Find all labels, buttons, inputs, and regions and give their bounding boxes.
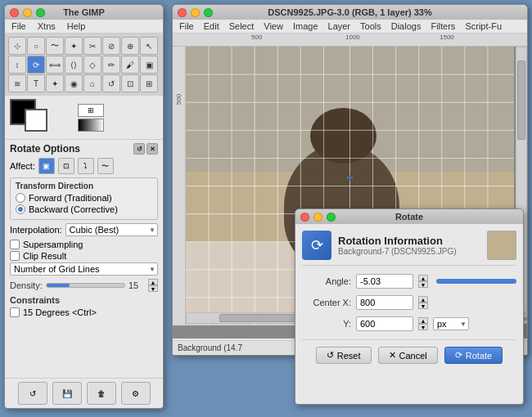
- close-button[interactable]: [10, 8, 19, 17]
- affect-layer-btn[interactable]: ▣: [38, 158, 55, 174]
- minimize-button[interactable]: [23, 8, 32, 17]
- rotate-minimize-btn[interactable]: [313, 213, 322, 222]
- unit-select[interactable]: px ▼: [433, 317, 469, 330]
- supersampling-checkbox[interactable]: [10, 240, 20, 249]
- text-tool[interactable]: T: [27, 74, 45, 92]
- fuzzy-select-tool[interactable]: ✦: [65, 37, 83, 55]
- image-minimize-btn[interactable]: [191, 8, 200, 17]
- density-stepper[interactable]: ▲ ▼: [148, 279, 158, 292]
- y-down-btn[interactable]: ▼: [418, 324, 428, 330]
- clip-result-row[interactable]: Clip Result: [10, 251, 158, 261]
- perspective-tool[interactable]: ◇: [83, 56, 101, 74]
- gradient-swatch[interactable]: [78, 119, 104, 132]
- path-tool[interactable]: ⊡: [121, 74, 139, 92]
- scissors-tool[interactable]: ✂: [83, 37, 101, 55]
- free-select-tool[interactable]: 〜: [46, 37, 64, 55]
- angle-input[interactable]: [356, 274, 413, 289]
- background-color[interactable]: [25, 109, 47, 132]
- angle-slider[interactable]: [436, 279, 516, 284]
- maximize-button[interactable]: [36, 8, 45, 17]
- cancel-button[interactable]: ✕ Cancel: [378, 347, 438, 364]
- rotate-close-btn[interactable]: [300, 213, 309, 222]
- menu-xtns[interactable]: Xtns: [36, 20, 57, 32]
- degrees-checkbox[interactable]: [10, 307, 20, 317]
- y-up-btn[interactable]: ▲: [418, 317, 428, 324]
- scrollbar-thumb-v[interactable]: [517, 61, 525, 140]
- transform-direction-section: Transform Direction Forward (Traditional…: [10, 177, 158, 220]
- center-x-input[interactable]: [356, 295, 413, 310]
- y-input[interactable]: [356, 316, 413, 331]
- rotate-tool[interactable]: ⟳: [27, 56, 45, 74]
- clip-result-checkbox[interactable]: [10, 251, 20, 261]
- density-down-btn[interactable]: ▼: [148, 285, 158, 292]
- clone-tool[interactable]: ✦: [46, 74, 64, 92]
- img-menu-dialogs[interactable]: Dialogs: [390, 20, 423, 32]
- angle-up-btn[interactable]: ▲: [418, 275, 428, 281]
- heal-tool[interactable]: ◉: [65, 74, 83, 92]
- toolbox-save-btn[interactable]: 💾: [52, 382, 82, 405]
- flip-tool[interactable]: ↺: [102, 74, 120, 92]
- eyedropper-tool[interactable]: ⊞: [140, 74, 158, 92]
- ruler-mark-1000: 1000: [345, 34, 360, 41]
- blend-tool[interactable]: ≋: [8, 74, 26, 92]
- img-menu-select[interactable]: Select: [228, 20, 256, 32]
- affect-selection-btn[interactable]: ⊡: [58, 158, 74, 174]
- bucket-tool[interactable]: ▣: [140, 56, 158, 74]
- rect-select-tool[interactable]: ⊹: [8, 37, 26, 55]
- center-x-down-btn[interactable]: ▼: [418, 303, 428, 309]
- rotate-maximize-btn[interactable]: [327, 213, 336, 222]
- affect-path-btn[interactable]: ⤵: [78, 158, 94, 174]
- backward-radio-row[interactable]: Backward (Corrective): [16, 204, 152, 214]
- interpolation-select[interactable]: Cubic (Best) ▼: [65, 223, 158, 236]
- options-title-icons: ↺ ✕: [133, 143, 158, 155]
- forward-radio-row[interactable]: Forward (Traditional): [16, 193, 152, 203]
- intelli-tool[interactable]: ⊕: [121, 37, 139, 55]
- center-x-row: Center X: ▲ ▼: [302, 295, 516, 310]
- density-slider[interactable]: [46, 283, 125, 288]
- ellipse-select-tool[interactable]: ○: [27, 37, 45, 55]
- airbrush-tool[interactable]: ⌂: [83, 74, 101, 92]
- pencil-tool[interactable]: ✏: [102, 56, 120, 74]
- y-stepper[interactable]: ▲ ▼: [418, 317, 428, 330]
- image-maximize-btn[interactable]: [204, 8, 213, 17]
- img-menu-file[interactable]: File: [178, 20, 196, 32]
- toolbox-config-btn[interactable]: ⚙: [121, 382, 151, 405]
- reset-button[interactable]: ↺ Reset: [316, 347, 372, 364]
- angle-stepper[interactable]: ▲ ▼: [418, 275, 428, 288]
- by-color-tool[interactable]: ⊘: [102, 37, 120, 55]
- angle-row: Angle: ▲ ▼: [302, 274, 516, 289]
- affect-curve-btn[interactable]: 〜: [97, 158, 114, 174]
- density-up-btn[interactable]: ▲: [148, 279, 158, 285]
- img-menu-edit[interactable]: Edit: [202, 20, 221, 32]
- center-x-label: Center X:: [302, 298, 351, 307]
- img-menu-filters[interactable]: Filters: [429, 20, 457, 32]
- menu-help[interactable]: Help: [65, 20, 88, 32]
- pattern-swatch[interactable]: ⊞: [78, 104, 104, 117]
- paint-tool[interactable]: 🖌: [121, 56, 139, 74]
- options-close-icon[interactable]: ✕: [147, 143, 158, 155]
- forward-radio[interactable]: [16, 193, 25, 203]
- img-menu-scriptfu[interactable]: Script-Fu: [463, 20, 503, 32]
- rotate-button[interactable]: ⟳ Rotate: [444, 347, 503, 364]
- crop-tool[interactable]: ↕: [8, 56, 26, 74]
- supersampling-row[interactable]: Supersampling: [10, 240, 158, 249]
- toolbox-reset-btn[interactable]: ↺: [18, 382, 47, 405]
- center-x-stepper[interactable]: ▲ ▼: [418, 296, 428, 309]
- shear-tool[interactable]: ⟨⟩: [65, 56, 83, 74]
- grid-lines-select[interactable]: Number of Grid Lines ▼: [10, 262, 158, 276]
- move-tool[interactable]: ↖: [140, 37, 158, 55]
- angle-down-btn[interactable]: ▼: [418, 281, 428, 288]
- img-menu-tools[interactable]: Tools: [358, 20, 383, 32]
- scale-tool[interactable]: ⟺: [46, 56, 64, 74]
- img-menu-image[interactable]: Image: [291, 20, 320, 32]
- menu-file[interactable]: File: [10, 20, 28, 32]
- img-menu-view[interactable]: View: [262, 20, 285, 32]
- image-close-btn[interactable]: [178, 8, 187, 17]
- toolbox-delete-btn[interactable]: 🗑: [87, 382, 116, 405]
- img-menu-layer[interactable]: Layer: [327, 20, 353, 32]
- options-restore-icon[interactable]: ↺: [133, 143, 145, 155]
- backward-radio[interactable]: [16, 204, 25, 214]
- degrees-row[interactable]: 15 Degrees <Ctrl>: [10, 307, 158, 317]
- center-x-up-btn[interactable]: ▲: [418, 296, 428, 303]
- interpolation-arrow-icon: ▼: [149, 226, 156, 234]
